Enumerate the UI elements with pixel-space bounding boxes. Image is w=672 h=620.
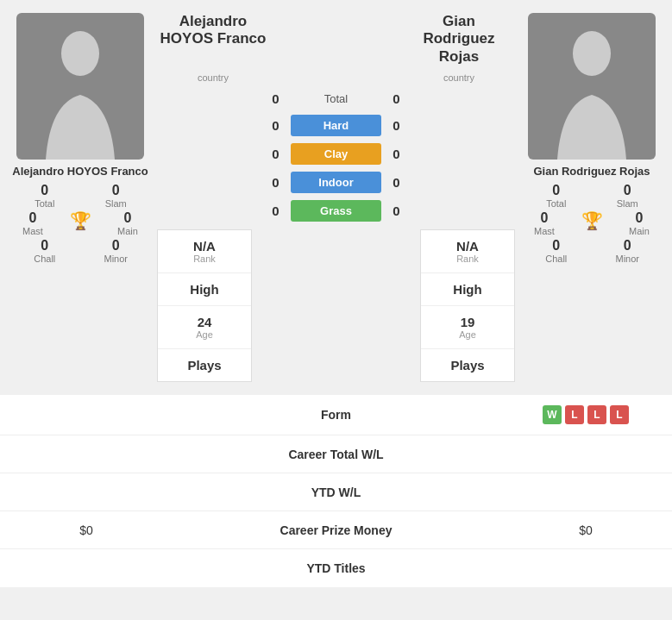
form-row: Form W L L L xyxy=(0,395,672,435)
right-rank-label: Rank xyxy=(428,254,507,264)
form-label: Form xyxy=(155,408,517,422)
clay-surface-row: 0 Clay 0 xyxy=(261,140,411,168)
grass-surface-row: 0 Grass 0 xyxy=(261,197,411,225)
right-chall-label: Chall xyxy=(521,254,593,264)
total-label: Total xyxy=(291,92,381,105)
right-slam-cell: 0 Slam xyxy=(592,183,663,209)
total-left-score: 0 xyxy=(261,91,291,106)
bottom-section: Form W L L L Career Total W/L YTD W/L xyxy=(0,395,672,587)
left-total-cell: 0 Total xyxy=(9,183,81,209)
grass-right-score: 0 xyxy=(381,204,411,218)
svg-point-1 xyxy=(573,31,611,76)
left-trophy-icon: 🏆 xyxy=(57,210,104,231)
left-slam-label: Slam xyxy=(80,198,152,209)
form-badge-w: W xyxy=(543,405,562,424)
grass-left-score: 0 xyxy=(261,204,291,218)
right-stats-row2: 0 Mast 🏆 0 Main xyxy=(521,210,663,236)
right-trophy-cell: 🏆 xyxy=(568,210,616,236)
right-player-photo xyxy=(528,13,656,160)
grass-surface-button[interactable]: Grass xyxy=(291,200,381,222)
left-slam-value: 0 xyxy=(80,183,152,198)
prize-money-row: $0 Career Prize Money $0 xyxy=(0,511,672,549)
form-badge-l3: L xyxy=(610,405,629,424)
left-stat-panel: N/A Rank High 24 Age Plays xyxy=(157,229,252,382)
right-main-value: 0 xyxy=(616,210,663,226)
left-country-text: country xyxy=(198,72,229,83)
left-player-name: Alejandro HOYOS Franco xyxy=(9,165,152,178)
right-total-cell: 0 Total xyxy=(521,183,593,209)
right-main-cell: 0 Main xyxy=(616,210,663,236)
clay-surface-button[interactable]: Clay xyxy=(291,143,381,165)
ytd-wl-label: YTD W/L xyxy=(155,485,517,499)
right-age-value: 19 xyxy=(428,315,507,329)
hard-left-score: 0 xyxy=(261,118,291,133)
left-silhouette-icon xyxy=(33,26,128,160)
right-minor-value: 0 xyxy=(592,238,663,254)
right-rank-value: N/A xyxy=(428,239,507,254)
right-mast-label: Mast xyxy=(521,226,568,236)
center-column: AlejandroHOYOS Franco GianRodriguezRojas… xyxy=(157,13,515,382)
left-age-row: 24 Age xyxy=(158,306,251,349)
total-header-row: 0 Total 0 xyxy=(261,90,411,111)
right-trophy-icon: 🏆 xyxy=(568,210,616,231)
left-total-label: Total xyxy=(9,198,81,209)
main-container: Alejandro HOYOS Franco 0 Total 0 Slam 0 xyxy=(0,0,672,587)
left-age-label: Age xyxy=(165,329,244,340)
right-stats-row3: 0 Chall 0 Minor xyxy=(521,238,663,264)
left-minor-label: Minor xyxy=(80,254,152,264)
left-trophy-cell: 🏆 xyxy=(57,210,104,236)
left-total-value: 0 xyxy=(9,183,81,198)
right-player-column: Gian Rodriguez Rojas 0 Total 0 Slam 0 M xyxy=(518,13,665,266)
career-total-label: Career Total W/L xyxy=(155,448,517,461)
left-plays-value: Plays xyxy=(165,358,244,373)
prize-money-right: $0 xyxy=(517,523,655,537)
top-section: Alejandro HOYOS Franco 0 Total 0 Slam 0 xyxy=(0,0,672,391)
left-plays-row: Plays xyxy=(158,349,251,381)
svg-point-0 xyxy=(61,31,99,76)
left-player-name-header: AlejandroHOYOS Franco xyxy=(157,13,269,66)
left-main-label: Main xyxy=(104,226,152,236)
indoor-surface-button[interactable]: Indoor xyxy=(291,172,381,193)
ytd-titles-label: YTD Titles xyxy=(155,561,517,575)
left-stats-row1: 0 Total 0 Slam xyxy=(9,183,152,209)
left-stats-row2: 0 Mast 🏆 0 Main xyxy=(9,210,152,236)
right-age-label: Age xyxy=(428,329,507,340)
left-mast-cell: 0 Mast xyxy=(9,210,57,236)
left-mast-label: Mast xyxy=(9,226,57,236)
left-stats-row3: 0 Chall 0 Minor xyxy=(9,238,152,264)
career-total-row: Career Total W/L xyxy=(0,435,672,473)
right-minor-cell: 0 Minor xyxy=(592,238,663,264)
left-rank-label: Rank xyxy=(165,254,244,264)
total-right-score: 0 xyxy=(381,91,411,106)
right-stat-panel: N/A Rank High 19 Age Plays xyxy=(420,229,515,382)
prize-money-left: $0 xyxy=(17,523,155,537)
left-minor-cell: 0 Minor xyxy=(80,238,152,264)
left-chall-label: Chall xyxy=(9,254,81,264)
form-badges: W L L L xyxy=(517,405,655,424)
form-badge-l2: L xyxy=(587,405,606,424)
prize-money-label: Career Prize Money xyxy=(155,523,517,537)
left-slam-cell: 0 Slam xyxy=(80,183,152,209)
right-mast-value: 0 xyxy=(521,210,568,226)
right-main-label: Main xyxy=(616,226,663,236)
ytd-wl-row: YTD W/L xyxy=(0,473,672,511)
left-mast-value: 0 xyxy=(9,210,57,226)
right-minor-label: Minor xyxy=(592,254,663,264)
right-country-flag: country xyxy=(403,69,515,85)
left-chall-cell: 0 Chall xyxy=(9,238,81,264)
indoor-left-score: 0 xyxy=(261,175,291,190)
hard-surface-button[interactable]: Hard xyxy=(291,115,381,136)
right-high-row: High xyxy=(421,273,514,306)
player-names-header: AlejandroHOYOS Franco GianRodriguezRojas xyxy=(157,13,515,69)
hard-surface-row: 0 Hard 0 xyxy=(261,111,411,140)
left-main-cell: 0 Main xyxy=(104,210,152,236)
left-age-value: 24 xyxy=(165,315,244,329)
clay-right-score: 0 xyxy=(381,147,411,161)
left-high-row: High xyxy=(158,273,251,306)
surface-buttons-section: 0 Hard 0 0 Clay 0 0 Indoor 0 0 Grass xyxy=(261,111,411,225)
right-plays-value: Plays xyxy=(428,358,507,373)
right-chall-value: 0 xyxy=(521,238,593,254)
right-country-text: country xyxy=(443,72,474,83)
hard-right-score: 0 xyxy=(381,118,411,133)
country-flags-row: country country xyxy=(157,69,515,90)
